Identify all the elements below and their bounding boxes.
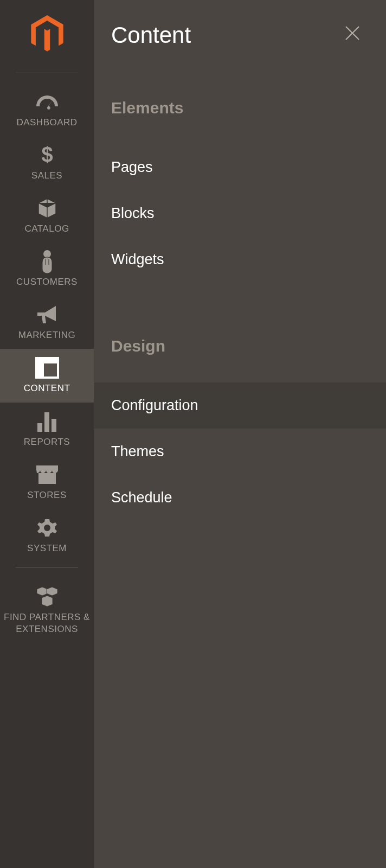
sidebar-item-label: CATALOG	[24, 223, 69, 235]
submenu-header: Content	[94, 21, 386, 50]
dollar-icon: $	[41, 144, 54, 167]
svg-rect-3	[36, 358, 58, 363]
submenu-item-configuration[interactable]: Configuration	[94, 382, 386, 429]
logo-area[interactable]	[0, 0, 94, 67]
sidebar-item-system[interactable]: SYSTEM	[0, 509, 94, 562]
sidebar-item-stores[interactable]: STORES	[0, 456, 94, 509]
sidebar-item-dashboard[interactable]: DASHBOARD	[0, 83, 94, 136]
store-icon	[35, 463, 59, 486]
sidebar-item-partners[interactable]: FIND PARTNERS & EXTENSIONS	[0, 578, 94, 643]
sidebar-item-label: CONTENT	[24, 382, 70, 394]
sidebar-item-label: SYSTEM	[27, 542, 67, 554]
bars-icon	[36, 410, 58, 433]
sidebar-item-label: FIND PARTNERS & EXTENSIONS	[0, 611, 94, 635]
sidebar-item-label: MARKETING	[18, 329, 76, 341]
sidebar-item-customers[interactable]: CUSTOMERS	[0, 242, 94, 296]
sidebar-item-reports[interactable]: REPORTS	[0, 403, 94, 456]
submenu-title: Content	[111, 22, 191, 48]
submenu-item-pages[interactable]: Pages	[94, 144, 386, 190]
box-icon	[36, 197, 58, 220]
gear-icon	[36, 516, 58, 539]
sidebar-item-marketing[interactable]: MARKETING	[0, 296, 94, 349]
close-button[interactable]	[340, 21, 364, 50]
blocks-icon	[35, 585, 60, 608]
svg-rect-8	[38, 473, 56, 484]
svg-text:$: $	[41, 144, 53, 166]
person-icon	[40, 250, 54, 273]
svg-rect-4	[36, 363, 44, 378]
submenu-item-widgets[interactable]: Widgets	[94, 237, 386, 283]
sidebar-item-label: DASHBOARD	[16, 117, 77, 129]
megaphone-icon	[35, 303, 59, 326]
sidebar-item-label: SALES	[31, 170, 62, 182]
sidebar-divider	[16, 567, 78, 568]
svg-rect-5	[37, 423, 42, 432]
magento-logo-icon	[29, 15, 65, 56]
sidebar-item-content[interactable]: CONTENT	[0, 349, 94, 402]
sidebar-item-sales[interactable]: $ SALES	[0, 136, 94, 189]
submenu-item-schedule[interactable]: Schedule	[94, 475, 386, 521]
sidebar-item-label: CUSTOMERS	[16, 276, 78, 288]
submenu-group-heading: Design	[94, 337, 386, 355]
submenu-item-blocks[interactable]: Blocks	[94, 190, 386, 237]
close-icon	[344, 24, 361, 42]
submenu-group-heading: Elements	[94, 99, 386, 117]
main-sidebar: DASHBOARD $ SALES CATALOG CUSTOMERS MARK…	[0, 0, 94, 868]
sidebar-item-catalog[interactable]: CATALOG	[0, 189, 94, 242]
sidebar-item-label: REPORTS	[24, 436, 70, 448]
dashboard-icon	[35, 91, 59, 113]
content-icon	[35, 356, 59, 379]
submenu-panel: Content Elements Pages Blocks Widgets De…	[94, 0, 386, 868]
sidebar-item-label: STORES	[27, 489, 67, 501]
svg-rect-6	[44, 412, 49, 432]
submenu-item-themes[interactable]: Themes	[94, 429, 386, 475]
svg-point-9	[44, 525, 50, 531]
sidebar-divider	[16, 73, 78, 73]
svg-point-1	[43, 250, 51, 258]
svg-rect-7	[52, 419, 56, 432]
